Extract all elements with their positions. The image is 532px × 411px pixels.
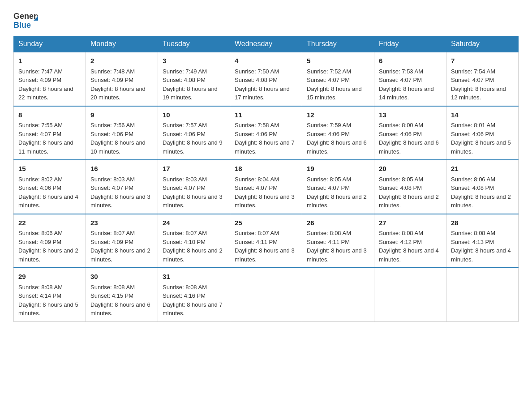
day-number: 26 — [307, 218, 369, 228]
day-number: 12 — [307, 110, 369, 120]
day-info: Sunrise: 7:53 AMSunset: 4:07 PMDaylight:… — [379, 68, 434, 101]
week-row-5: 29 Sunrise: 8:08 AMSunset: 4:14 PMDaylig… — [14, 268, 519, 321]
calendar-cell: 1 Sunrise: 7:47 AMSunset: 4:09 PMDayligh… — [14, 52, 86, 106]
day-number: 7 — [451, 56, 514, 66]
day-number: 30 — [90, 272, 153, 282]
calendar-cell — [302, 268, 374, 321]
day-number: 4 — [235, 56, 297, 66]
calendar-cell — [230, 268, 302, 321]
day-number: 24 — [163, 218, 225, 228]
day-info: Sunrise: 8:07 AMSunset: 4:10 PMDaylight:… — [163, 230, 223, 263]
day-info: Sunrise: 8:06 AMSunset: 4:08 PMDaylight:… — [451, 176, 511, 209]
day-number: 27 — [379, 218, 442, 228]
col-friday: Friday — [374, 36, 446, 52]
day-info: Sunrise: 8:06 AMSunset: 4:09 PMDaylight:… — [18, 230, 78, 263]
logo-svg: General Blue — [13, 9, 38, 31]
day-info: Sunrise: 8:04 AMSunset: 4:07 PMDaylight:… — [235, 176, 295, 209]
day-info: Sunrise: 7:48 AMSunset: 4:09 PMDaylight:… — [90, 68, 146, 101]
calendar-cell: 26 Sunrise: 8:08 AMSunset: 4:11 PMDaylig… — [302, 214, 374, 268]
day-info: Sunrise: 8:07 AMSunset: 4:11 PMDaylight:… — [235, 230, 295, 263]
day-info: Sunrise: 8:00 AMSunset: 4:06 PMDaylight:… — [379, 122, 439, 155]
day-number: 14 — [451, 110, 514, 120]
calendar-cell: 18 Sunrise: 8:04 AMSunset: 4:07 PMDaylig… — [230, 160, 302, 214]
col-saturday: Saturday — [446, 36, 519, 52]
day-number: 19 — [307, 164, 369, 174]
svg-text:Blue: Blue — [13, 21, 31, 30]
day-info: Sunrise: 8:08 AMSunset: 4:14 PMDaylight:… — [18, 284, 78, 317]
calendar-cell: 22 Sunrise: 8:06 AMSunset: 4:09 PMDaylig… — [14, 214, 86, 268]
col-thursday: Thursday — [302, 36, 374, 52]
day-number: 8 — [18, 110, 81, 120]
day-number: 15 — [18, 164, 81, 174]
day-number: 10 — [163, 110, 225, 120]
calendar-cell: 20 Sunrise: 8:05 AMSunset: 4:08 PMDaylig… — [374, 160, 446, 214]
day-number: 2 — [90, 56, 153, 66]
day-number: 17 — [163, 164, 225, 174]
week-row-4: 22 Sunrise: 8:06 AMSunset: 4:09 PMDaylig… — [14, 214, 519, 268]
calendar-cell — [446, 268, 519, 321]
day-number: 31 — [163, 272, 225, 282]
day-number: 6 — [379, 56, 442, 66]
calendar-cell: 21 Sunrise: 8:06 AMSunset: 4:08 PMDaylig… — [446, 160, 519, 214]
calendar-cell: 9 Sunrise: 7:56 AMSunset: 4:06 PMDayligh… — [86, 106, 158, 160]
calendar-cell: 30 Sunrise: 8:08 AMSunset: 4:15 PMDaylig… — [86, 268, 158, 321]
day-info: Sunrise: 7:47 AMSunset: 4:09 PMDaylight:… — [18, 68, 73, 101]
day-number: 28 — [451, 218, 514, 228]
day-number: 25 — [235, 218, 297, 228]
day-info: Sunrise: 8:08 AMSunset: 4:16 PMDaylight:… — [163, 284, 223, 317]
day-info: Sunrise: 7:56 AMSunset: 4:06 PMDaylight:… — [90, 122, 146, 155]
calendar-cell — [374, 268, 446, 321]
day-number: 22 — [18, 218, 81, 228]
day-info: Sunrise: 8:08 AMSunset: 4:13 PMDaylight:… — [451, 230, 511, 263]
day-info: Sunrise: 8:05 AMSunset: 4:07 PMDaylight:… — [307, 176, 367, 209]
week-row-1: 1 Sunrise: 7:47 AMSunset: 4:09 PMDayligh… — [14, 52, 519, 106]
day-info: Sunrise: 7:52 AMSunset: 4:07 PMDaylight:… — [307, 68, 362, 101]
calendar-cell: 14 Sunrise: 8:01 AMSunset: 4:06 PMDaylig… — [446, 106, 519, 160]
col-sunday: Sunday — [14, 36, 86, 52]
day-info: Sunrise: 8:02 AMSunset: 4:06 PMDaylight:… — [18, 176, 78, 209]
day-number: 21 — [451, 164, 514, 174]
day-info: Sunrise: 8:08 AMSunset: 4:12 PMDaylight:… — [379, 230, 439, 263]
day-number: 29 — [18, 272, 81, 282]
header-row: Sunday Monday Tuesday Wednesday Thursday… — [14, 36, 519, 52]
day-info: Sunrise: 8:01 AMSunset: 4:06 PMDaylight:… — [451, 122, 511, 155]
calendar-table: Sunday Monday Tuesday Wednesday Thursday… — [13, 36, 519, 322]
day-info: Sunrise: 8:08 AMSunset: 4:11 PMDaylight:… — [307, 230, 367, 263]
calendar-cell: 27 Sunrise: 8:08 AMSunset: 4:12 PMDaylig… — [374, 214, 446, 268]
day-info: Sunrise: 8:07 AMSunset: 4:09 PMDaylight:… — [90, 230, 150, 263]
calendar-cell: 6 Sunrise: 7:53 AMSunset: 4:07 PMDayligh… — [374, 52, 446, 106]
day-number: 9 — [90, 110, 153, 120]
day-number: 23 — [90, 218, 153, 228]
calendar-cell: 8 Sunrise: 7:55 AMSunset: 4:07 PMDayligh… — [14, 106, 86, 160]
svg-text:General: General — [13, 12, 38, 21]
day-info: Sunrise: 7:49 AMSunset: 4:08 PMDaylight:… — [163, 68, 218, 101]
calendar-cell: 2 Sunrise: 7:48 AMSunset: 4:09 PMDayligh… — [86, 52, 158, 106]
calendar-header: Sunday Monday Tuesday Wednesday Thursday… — [14, 36, 519, 52]
day-info: Sunrise: 7:58 AMSunset: 4:06 PMDaylight:… — [235, 122, 295, 155]
logo: General Blue — [13, 9, 38, 31]
day-number: 3 — [163, 56, 225, 66]
calendar-body: 1 Sunrise: 7:47 AMSunset: 4:09 PMDayligh… — [14, 52, 519, 321]
day-info: Sunrise: 7:59 AMSunset: 4:06 PMDaylight:… — [307, 122, 367, 155]
day-info: Sunrise: 7:50 AMSunset: 4:08 PMDaylight:… — [235, 68, 290, 101]
day-number: 13 — [379, 110, 442, 120]
page-header: General Blue — [13, 9, 519, 31]
day-info: Sunrise: 8:05 AMSunset: 4:08 PMDaylight:… — [379, 176, 439, 209]
calendar-cell: 31 Sunrise: 8:08 AMSunset: 4:16 PMDaylig… — [158, 268, 230, 321]
calendar-cell: 29 Sunrise: 8:08 AMSunset: 4:14 PMDaylig… — [14, 268, 86, 321]
col-wednesday: Wednesday — [230, 36, 302, 52]
calendar-cell: 10 Sunrise: 7:57 AMSunset: 4:06 PMDaylig… — [158, 106, 230, 160]
calendar-cell: 28 Sunrise: 8:08 AMSunset: 4:13 PMDaylig… — [446, 214, 519, 268]
calendar-cell: 4 Sunrise: 7:50 AMSunset: 4:08 PMDayligh… — [230, 52, 302, 106]
day-info: Sunrise: 8:08 AMSunset: 4:15 PMDaylight:… — [90, 284, 150, 317]
calendar-cell: 15 Sunrise: 8:02 AMSunset: 4:06 PMDaylig… — [14, 160, 86, 214]
day-number: 11 — [235, 110, 297, 120]
day-info: Sunrise: 8:03 AMSunset: 4:07 PMDaylight:… — [90, 176, 150, 209]
calendar-cell: 25 Sunrise: 8:07 AMSunset: 4:11 PMDaylig… — [230, 214, 302, 268]
day-info: Sunrise: 7:55 AMSunset: 4:07 PMDaylight:… — [18, 122, 73, 155]
day-info: Sunrise: 7:57 AMSunset: 4:06 PMDaylight:… — [163, 122, 223, 155]
calendar-cell: 23 Sunrise: 8:07 AMSunset: 4:09 PMDaylig… — [86, 214, 158, 268]
calendar-cell: 5 Sunrise: 7:52 AMSunset: 4:07 PMDayligh… — [302, 52, 374, 106]
calendar-cell: 24 Sunrise: 8:07 AMSunset: 4:10 PMDaylig… — [158, 214, 230, 268]
calendar-cell: 3 Sunrise: 7:49 AMSunset: 4:08 PMDayligh… — [158, 52, 230, 106]
